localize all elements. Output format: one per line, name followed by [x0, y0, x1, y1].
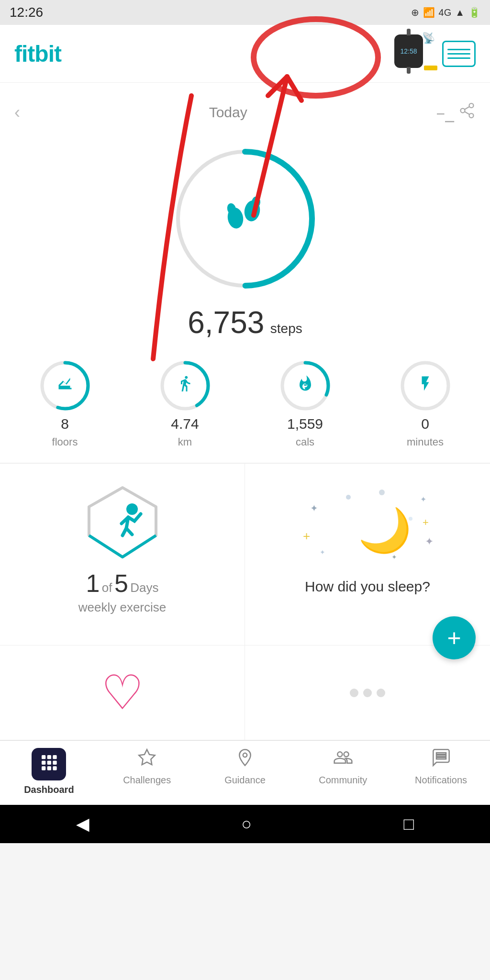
steps-number: 6,753	[188, 305, 264, 340]
svg-point-1	[460, 109, 465, 113]
calories-value: 1,559	[287, 416, 323, 432]
4g-icon: 4G	[439, 7, 452, 18]
svg-point-27	[346, 495, 351, 500]
dashboard-icon-container	[32, 748, 66, 780]
svg-rect-40	[42, 766, 45, 770]
svg-point-28	[409, 517, 412, 521]
svg-line-3	[465, 111, 469, 114]
header-right: 12:58 📡	[394, 34, 476, 73]
prev-day-button[interactable]: ‹	[10, 98, 25, 127]
exercise-days: Days	[130, 580, 158, 595]
svg-point-29	[379, 490, 385, 495]
svg-rect-35	[47, 755, 51, 759]
status-icons: ⊕ 📶 4G ▲ 🔋	[411, 7, 480, 18]
distance-value: 4.74	[171, 416, 199, 432]
cards-grid: 1 of 5 Days weekly exercise 🌙 ✦ ✦	[0, 463, 490, 740]
other-card[interactable]	[245, 646, 490, 740]
battery-icon: 🔋	[468, 7, 480, 18]
nav-guidance[interactable]: Guidance	[196, 748, 294, 795]
menu-line-2	[447, 53, 470, 55]
svg-text:✦: ✦	[391, 553, 397, 561]
android-recent[interactable]: □	[404, 814, 414, 834]
nav-dashboard[interactable]: Dashboard	[0, 748, 98, 795]
android-back[interactable]: ◀	[76, 814, 89, 834]
exercise-card[interactable]: 1 of 5 Days weekly exercise	[0, 464, 245, 646]
minutes-circle	[399, 359, 452, 412]
heart-icon: ♡	[101, 665, 144, 721]
svg-marker-43	[139, 749, 155, 765]
steps-count: 6,753 steps	[188, 305, 302, 340]
android-home[interactable]: ○	[241, 814, 252, 834]
minutes-icon	[417, 375, 434, 397]
svg-point-2	[469, 113, 473, 118]
svg-point-18	[126, 503, 138, 515]
svg-point-0	[469, 103, 473, 108]
stats-row: 8 floors 4.74 km	[0, 350, 490, 463]
nav-challenges[interactable]: Challenges	[98, 748, 196, 795]
sleep-question: How did you sleep?	[305, 579, 430, 595]
svg-text:✦: ✦	[310, 503, 318, 513]
svg-rect-34	[42, 755, 45, 759]
dashboard-label: Dashboard	[24, 784, 74, 795]
today-header: ‹ Today −⎯	[10, 97, 480, 128]
svg-rect-37	[42, 761, 45, 765]
menu-button[interactable]	[442, 41, 476, 67]
calories-unit: cals	[296, 436, 314, 448]
svg-rect-38	[47, 761, 51, 765]
android-nav: ◀ ○ □	[0, 805, 490, 843]
sleep-card[interactable]: 🌙 ✦ ✦ ✦ ✦ ✦ + +	[245, 464, 490, 646]
nav-notifications[interactable]: Notifications	[392, 748, 490, 795]
stat-distance[interactable]: 4.74 km	[159, 359, 212, 448]
menu-line-1	[447, 49, 470, 50]
minutes-unit: minutes	[407, 436, 444, 448]
bottom-nav: Dashboard Challenges Guidance	[0, 740, 490, 805]
dashboard-icon	[39, 757, 58, 775]
nav-community[interactable]: Community	[294, 748, 392, 795]
svg-rect-41	[47, 766, 51, 770]
fitbit-logo: fitbit	[14, 41, 61, 67]
exercise-of: of	[102, 580, 112, 595]
minutes-value: 0	[421, 416, 429, 432]
distance-unit: km	[178, 436, 192, 448]
exercise-total: 5	[114, 569, 128, 597]
svg-line-4	[465, 107, 469, 110]
today-section: ‹ Today −⎯	[0, 83, 490, 350]
main-content: ‹ Today −⎯	[0, 83, 490, 740]
status-bar: 12:26 ⊕ 📶 4G ▲ 🔋	[0, 0, 490, 25]
exercise-badge	[84, 483, 161, 559]
steps-label: steps	[270, 321, 302, 336]
header: fitbit 12:58 📡	[0, 25, 490, 83]
svg-text:✦: ✦	[420, 495, 426, 503]
sleep-illustration: 🌙 ✦ ✦ ✦ ✦ ✦ + +	[259, 483, 476, 569]
svg-rect-39	[53, 761, 57, 765]
exercise-subtitle: weekly exercise	[78, 600, 167, 615]
guidance-label: Guidance	[224, 775, 266, 786]
stat-floors[interactable]: 8 floors	[39, 359, 91, 448]
svg-text:🌙: 🌙	[358, 505, 412, 556]
svg-text:✦: ✦	[425, 535, 434, 547]
steps-icon	[221, 192, 269, 237]
notifications-label: Notifications	[415, 775, 467, 786]
floors-value: 8	[61, 416, 69, 432]
floors-icon	[56, 375, 74, 397]
signal-icon: ▲	[455, 7, 465, 18]
wifi-icon: ⊕	[411, 7, 419, 18]
exercise-text: 1 of 5 Days weekly exercise	[78, 569, 167, 615]
floors-circle	[39, 359, 91, 412]
card-dots	[350, 689, 385, 697]
challenges-icon	[137, 748, 156, 771]
add-button[interactable]: +	[433, 616, 476, 659]
heart-rate-card[interactable]: ♡	[0, 646, 245, 740]
watch-icon[interactable]: 12:58 📡	[394, 34, 433, 73]
menu-line-3	[447, 57, 470, 59]
steps-circle	[168, 142, 322, 295]
stat-minutes[interactable]: 0 minutes	[399, 359, 452, 448]
share-button[interactable]: −⎯	[431, 97, 480, 128]
calories-icon	[297, 375, 314, 397]
svg-rect-36	[53, 755, 57, 759]
floors-unit: floors	[52, 436, 78, 448]
today-label: Today	[209, 104, 247, 121]
status-time: 12:26	[10, 5, 43, 20]
stat-calories[interactable]: 1,559 cals	[279, 359, 332, 448]
watch-battery	[424, 66, 437, 70]
